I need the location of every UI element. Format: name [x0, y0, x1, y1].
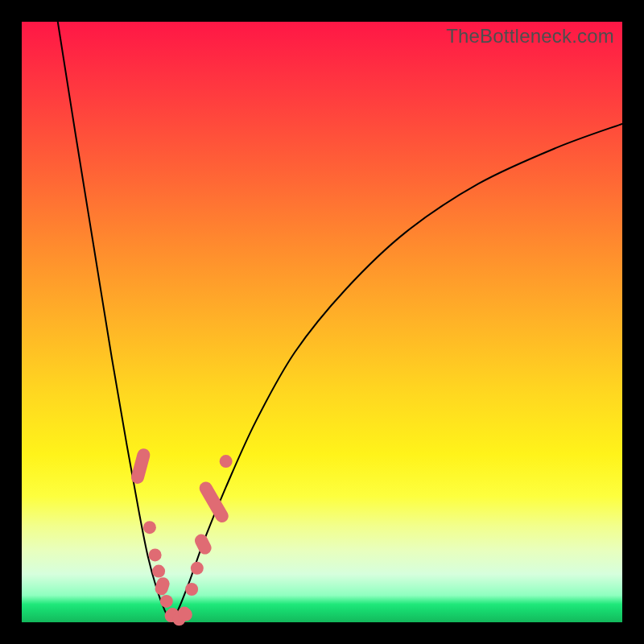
curve-right-branch — [171, 124, 622, 621]
data-marker — [149, 548, 162, 561]
chart-svg — [22, 22, 622, 622]
chart-frame: TheBottleneck.com — [0, 0, 644, 644]
data-marker — [192, 532, 213, 557]
data-marker — [130, 447, 151, 485]
curve-group — [58, 22, 622, 621]
data-marker — [152, 565, 165, 578]
data-marker — [220, 455, 233, 468]
plot-area: TheBottleneck.com — [22, 22, 622, 622]
marker-group — [130, 447, 232, 625]
data-marker — [153, 576, 171, 597]
data-marker — [143, 521, 156, 534]
data-marker — [160, 595, 173, 608]
data-marker — [191, 562, 204, 575]
data-marker — [185, 583, 198, 596]
